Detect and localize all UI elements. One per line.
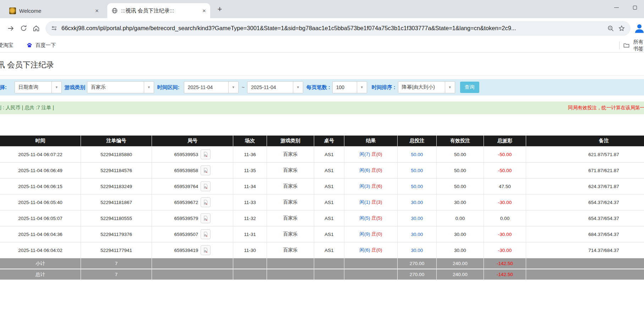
- page-content: 视讯 会员下注纪录 查询选择: 日期查询 ▼ 游戏类别 百家乐 ▼ 时间区间: …: [0, 60, 644, 280]
- cell-total-bet[interactable]: 50.00: [398, 146, 437, 163]
- col-header-time: 时间: [0, 136, 81, 146]
- profile-avatar[interactable]: [633, 22, 644, 34]
- col-header-note: 备注: [526, 136, 644, 146]
- cell-valid-bet: 0.00: [437, 210, 484, 226]
- cell-total-bet[interactable]: 30.00: [398, 210, 437, 226]
- cell-bet-id: 522941181867: [81, 194, 152, 210]
- cell-total-bet[interactable]: 30.00: [398, 226, 437, 242]
- video-replay-button[interactable]: [201, 229, 211, 239]
- cell-note: 621.87/571.87: [526, 146, 644, 163]
- bookmark-star-icon[interactable]: [618, 25, 625, 32]
- all-bookmarks-area[interactable]: 所有书签: [619, 38, 644, 52]
- forward-button[interactable]: [4, 22, 17, 35]
- select-value: 2025-11-04: [184, 82, 228, 93]
- date-from-select[interactable]: 2025-11-04 ▼: [184, 81, 239, 93]
- round-number: 659539579: [174, 216, 198, 221]
- close-tab-icon[interactable]: ×: [95, 8, 99, 14]
- window-maximize-button[interactable]: [626, 0, 644, 15]
- cell-total-bet[interactable]: 50.00: [398, 163, 437, 178]
- cell-note: 714.37/684.37: [526, 242, 644, 258]
- summary-payout: -142.50: [484, 269, 526, 280]
- date-to-select[interactable]: 2025-11-04 ▼: [247, 81, 303, 93]
- cell-payout: -30.00: [484, 242, 526, 258]
- window-minimize-button[interactable]: [607, 0, 626, 15]
- cell-table-no: AS1: [314, 178, 344, 194]
- summary-valid-bet: 240.00: [437, 258, 484, 269]
- baidu-paw-icon: [26, 42, 33, 49]
- summary-label: 总计: [0, 269, 81, 280]
- cell-session: 11-32: [233, 210, 267, 226]
- cell-note: 684.37/654.37: [526, 226, 644, 242]
- query-type-select[interactable]: 日期查询 ▼: [15, 81, 62, 93]
- cell-total-bet[interactable]: 30.00: [398, 194, 437, 210]
- cell-total-bet[interactable]: 30.00: [398, 242, 437, 258]
- video-replay-button[interactable]: [201, 149, 211, 159]
- cell-table-no: AS1: [314, 163, 344, 178]
- cell-result: 闲(5)庄(5): [344, 210, 398, 226]
- cell-game-type: 百家乐: [267, 194, 314, 210]
- table-row: 2025-11-04 06:04:02 522941177941 6595394…: [0, 242, 644, 258]
- summary-empty-cell: [344, 258, 398, 269]
- close-tab-icon[interactable]: ×: [202, 8, 206, 14]
- cell-valid-bet: 30.00: [437, 226, 484, 242]
- zoom-out-icon[interactable]: [607, 25, 614, 32]
- site-settings-icon[interactable]: [51, 25, 58, 32]
- tab-welcome[interactable]: Welcome ×: [5, 3, 103, 18]
- tab-bet-record[interactable]: :::视讯 会员下注纪录::: ×: [107, 3, 210, 18]
- chevron-down-icon: ▼: [228, 82, 238, 93]
- col-header-game-type: 游戏类别: [267, 136, 314, 146]
- cell-note: 671.87/621.87: [526, 163, 644, 178]
- bookmarks-bar: 爱淘宝 百度一下 所有书签: [0, 38, 644, 53]
- result-banker: 庄(6): [372, 183, 382, 189]
- cell-bet-id: 522941185880: [81, 146, 152, 163]
- video-replay-button[interactable]: [201, 181, 211, 191]
- bookmark-baidu[interactable]: 百度一下: [26, 42, 56, 49]
- cell-time: 2025-11-04 06:07:22: [0, 146, 81, 163]
- summary-total-bet: 270.00: [398, 258, 437, 269]
- chevron-down-icon: ▼: [51, 82, 61, 93]
- cell-table-no: AS1: [314, 226, 344, 242]
- tab-strip: Welcome × :::视讯 会员下注纪录::: × +: [0, 0, 644, 18]
- bookmarks-divider: [619, 42, 620, 49]
- summary-row: 总计 7 270.00 240.00 -142.50: [0, 269, 644, 280]
- welcome-favicon-icon: [9, 7, 16, 14]
- cell-time: 2025-11-04 06:05:40: [0, 194, 81, 210]
- cell-total-bet[interactable]: 50.00: [398, 178, 437, 194]
- video-replay-button[interactable]: [201, 165, 211, 175]
- bookmark-taobao[interactable]: 爱淘宝: [0, 42, 13, 49]
- cell-session: 11-30: [233, 242, 267, 258]
- round-number: 659539507: [174, 232, 198, 237]
- video-replay-button[interactable]: [201, 197, 211, 207]
- round-number: 659539764: [174, 184, 198, 189]
- reload-button[interactable]: [17, 22, 30, 35]
- summary-label: 小计: [0, 258, 81, 269]
- video-replay-button[interactable]: [201, 213, 211, 223]
- home-button[interactable]: [30, 22, 43, 35]
- cell-game-type: 百家乐: [267, 226, 314, 242]
- title-divider: [0, 76, 644, 76]
- cell-table-no: AS1: [314, 194, 344, 210]
- summary-empty-cell: [314, 258, 344, 269]
- url-text[interactable]: 66cxkj98.com/ipl/portal.php/game/betreco…: [61, 25, 603, 32]
- table-row: 2025-11-04 06:06:49 522941184576 6595398…: [0, 163, 644, 178]
- summary-empty-cell: [233, 269, 267, 280]
- cell-payout: -50.00: [484, 163, 526, 178]
- sort-order-select[interactable]: 降幂(由大到小) ▼: [398, 81, 455, 93]
- search-button[interactable]: 查询: [460, 82, 479, 93]
- summary-empty-cell: [526, 258, 644, 269]
- video-replay-button[interactable]: [201, 245, 211, 255]
- address-bar[interactable]: 66cxkj98.com/ipl/portal.php/game/betreco…: [45, 21, 631, 36]
- cell-game-type: 百家乐: [267, 242, 314, 258]
- page-size-select[interactable]: 100 ▼: [332, 81, 367, 93]
- game-type-select[interactable]: 百家乐 ▼: [87, 81, 154, 93]
- new-tab-button[interactable]: +: [215, 5, 224, 14]
- cell-time: 2025-11-04 06:06:49: [0, 163, 81, 178]
- cell-valid-bet: 30.00: [437, 194, 484, 210]
- cell-session: 11-36: [233, 146, 267, 163]
- col-header-valid-bet: 有效投注: [437, 136, 484, 146]
- cell-game-type: 百家乐: [267, 178, 314, 194]
- cell-result: 闲(6)庄(0): [344, 163, 398, 178]
- result-banker: 庄(0): [372, 152, 382, 157]
- game-type-label: 游戏类别: [65, 84, 85, 91]
- result-player: 闲(6): [360, 167, 370, 173]
